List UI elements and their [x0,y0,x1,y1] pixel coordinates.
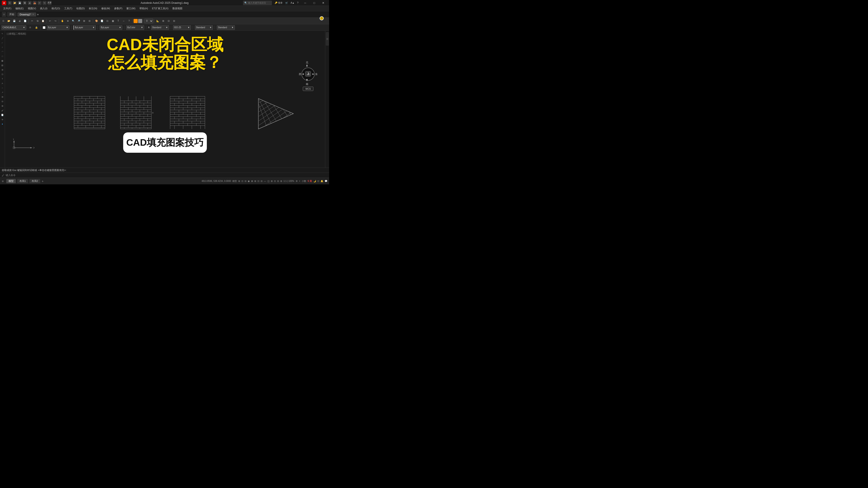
qp-icon[interactable]: ⊞ [271,180,273,182]
units-icon[interactable]: ⊞ [280,180,282,182]
add-layout-btn[interactable]: + [41,180,43,183]
tab-model[interactable]: 模型 [6,179,16,183]
menu-data[interactable]: 数据视图 [170,6,184,11]
input-lang[interactable]: S 英 [308,180,312,183]
tb-cut[interactable]: ✂ [30,19,35,24]
transparency-icon[interactable]: ◫ [268,180,270,182]
tb-view1[interactable]: 📐 [155,19,160,24]
ducs-icon[interactable]: ⊡ [257,180,259,182]
tb-new[interactable]: 🗋 [1,19,6,24]
night-mode[interactable]: 🌙 [313,180,316,182]
compass[interactable]: 北 东 西 上 南 WCS [298,60,318,92]
tool-line[interactable]: ╱ [0,36,4,40]
tb-hatch[interactable]: ▦ [110,19,115,24]
tool-gradient[interactable]: ▨ [0,63,4,67]
undo-icon[interactable]: ↩ [37,1,41,5]
workspace-settings[interactable]: ⚙ [28,25,33,30]
lock-ui[interactable]: 🔒 [34,25,39,30]
command-input[interactable] [17,174,327,177]
sel-cycling[interactable]: ⊡ [274,180,276,182]
tb-view4[interactable]: ⊟ [172,19,177,24]
tb-pan[interactable]: ✋ [60,19,65,24]
tool-block[interactable]: ⊞ [0,95,4,99]
tab-start[interactable]: 开始 [7,12,17,17]
tool-properties[interactable]: ⊠ [0,104,4,108]
app-menu-toggle[interactable]: ≡ [2,180,4,183]
tb-zoom-win[interactable]: ⊞ [82,19,87,24]
print-icon[interactable]: 🖨 [28,1,32,5]
osnap-icon[interactable]: ⊠ [251,180,253,182]
lineweight-toggle[interactable]: — [264,180,266,182]
tb-copy[interactable]: ⧉ [35,19,40,24]
share-icon[interactable]: 共享 [48,1,52,5]
user-login[interactable]: 🔑 登录 [275,1,283,4]
tool-boundary[interactable]: ⊞ [0,68,4,72]
anno-monitor[interactable]: ⊟ [277,180,279,182]
tb-zoom-ext[interactable]: ⊟ [87,19,92,24]
grid-icon[interactable]: ⊡ [241,180,243,182]
tb-save[interactable]: 💾 [12,19,17,24]
layer-dropdown[interactable]: ByLayer ▼ [47,25,69,30]
dyn-icon[interactable]: ⊟ [260,180,262,182]
bylayer-check[interactable] [43,26,45,29]
menu-dim[interactable]: 标注(N) [87,6,99,11]
tool-match[interactable]: 🖌 [0,108,4,112]
notify-icon[interactable]: 🔔 [320,180,323,182]
polar-icon[interactable]: ◉ [248,180,250,182]
close-button[interactable]: ✕ [319,0,327,6]
help-icon[interactable]: ? [297,2,298,4]
tb-match[interactable]: 🎨 [94,19,99,24]
multileader-dropdown[interactable]: Standard ▼ [217,25,235,30]
chat-icon[interactable]: 💬 [324,180,327,182]
menu-view[interactable]: 视图(V) [26,6,38,11]
lineweight-select[interactable]: 0 [144,19,153,23]
tb-open[interactable]: 📂 [6,19,11,24]
workspace-selector[interactable]: CAD经典模式 ▼ [1,25,26,30]
tool-mtext[interactable]: A [0,81,4,86]
tb-view2[interactable]: ⊞ [161,19,166,24]
tb-color2[interactable] [138,19,142,23]
minimize-button[interactable]: ─ [301,0,309,6]
tb-help[interactable]: ? [127,19,131,24]
menu-window[interactable]: 窗口(W) [125,6,137,11]
tb-redo[interactable]: ↪ [53,19,58,24]
tool-polyline[interactable]: ⌐ [0,41,4,45]
menu-param[interactable]: 参数(P) [112,6,124,11]
tablestyle-dropdown[interactable]: Standard ▼ [195,25,213,30]
menu-format[interactable]: 格式(O) [50,6,62,11]
color-dropdown[interactable]: ByColor ▼ [126,25,144,30]
tb-zoom-real[interactable]: ⊕ [65,19,70,24]
snap-icon[interactable]: ⊞ [238,180,240,182]
tb-block[interactable]: ⊡ [105,19,110,24]
menu-file[interactable]: 文件(F) [1,6,13,11]
network-icon[interactable]: ⊡ [317,180,319,182]
tb-layer[interactable]: 📑 [99,19,104,24]
tool-designcenter[interactable]: ⊛ [0,118,4,122]
saveas-icon[interactable]: 🖫 [23,1,27,5]
ortho-icon[interactable]: ⊟ [245,180,246,182]
search-input[interactable] [248,2,271,4]
tool-dim[interactable]: ↔ [0,86,4,90]
tool-leader[interactable]: ↗ [0,90,4,94]
menu-tools[interactable]: 工具(T) [62,6,74,11]
tool-insert[interactable]: ⊟ [0,99,4,103]
tab-layout2[interactable]: 布局2 [29,179,40,183]
tb-view3[interactable]: ⊡ [166,19,171,24]
menu-edit[interactable]: 编辑(E) [13,6,26,11]
dimstyle-dropdown[interactable]: ISO-25 ▼ [173,25,191,30]
publish-icon[interactable]: 📤 [33,1,37,5]
tb-zoom-in[interactable]: 🔍 [71,19,76,24]
redo-icon[interactable]: ↪ [42,1,46,5]
new-icon[interactable]: 🗋 [8,1,12,5]
textstyle-dropdown[interactable]: Standard ▼ [151,25,169,30]
tool-select[interactable]: ↖ [0,32,4,36]
menu-help[interactable]: 帮助(H) [138,6,150,11]
hamburger-menu[interactable]: ≡ [2,12,6,17]
menu-insert[interactable]: 插入(I) [38,6,49,11]
open-icon[interactable]: 📂 [13,1,17,5]
tool-text[interactable]: T [0,77,4,81]
tb-plot[interactable]: 🖨 [17,19,22,24]
tool-arc[interactable]: ◠ [0,50,4,54]
maximize-button[interactable]: □ [310,0,318,6]
tb-plot2[interactable]: 📄 [23,19,28,24]
